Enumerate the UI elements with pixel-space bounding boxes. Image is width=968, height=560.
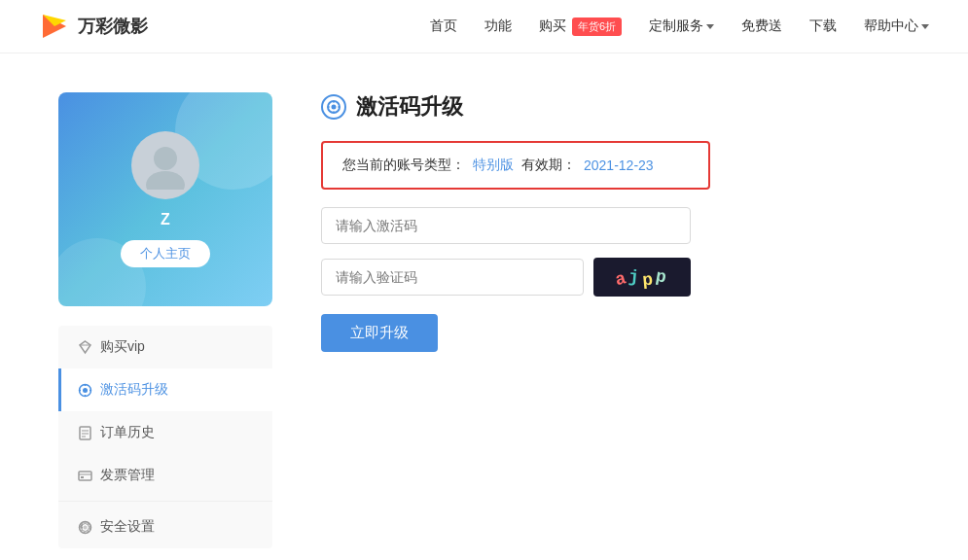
right-panel: 激活码升级 您当前的账号类型： 特别版 有效期： 2021-12-23 a j … xyxy=(272,92,910,548)
account-info-box: 您当前的账号类型： 特别版 有效期： 2021-12-23 xyxy=(321,141,710,190)
logo-text: 万彩微影 xyxy=(78,15,148,38)
header: 万彩微影 首页 功能 购买 年货6折 定制服务 免费送 下载 帮助中心 xyxy=(0,0,968,53)
left-panel: Z 个人主页 购买vip xyxy=(58,92,272,548)
sidebar-menu: 购买vip 激活码升级 xyxy=(58,326,272,548)
nav-custom[interactable]: 定制服务 xyxy=(649,18,714,35)
profile-card: Z 个人主页 xyxy=(58,92,272,306)
sidebar-item-orders[interactable]: 订单历史 xyxy=(58,411,272,454)
nav-home[interactable]: 首页 xyxy=(430,18,457,35)
nav-buy[interactable]: 购买 年货6折 xyxy=(539,18,622,36)
custom-arrow-icon xyxy=(706,24,714,29)
activation-icon xyxy=(77,382,92,398)
svg-point-2 xyxy=(154,147,177,170)
page-title: 激活码升级 xyxy=(321,92,910,122)
nav-features[interactable]: 功能 xyxy=(484,18,512,35)
svg-point-3 xyxy=(146,171,185,190)
upgrade-button[interactable]: 立即升级 xyxy=(321,314,438,352)
activation-code-input[interactable] xyxy=(321,207,691,244)
avatar xyxy=(131,131,199,199)
security-icon xyxy=(77,519,92,535)
captcha-input[interactable] xyxy=(321,259,584,296)
svg-rect-12 xyxy=(81,476,84,478)
info-valid-date: 2021-12-23 xyxy=(584,158,654,173)
svg-rect-10 xyxy=(79,472,91,480)
profile-home-button[interactable]: 个人主页 xyxy=(121,240,210,267)
sidebar-item-security[interactable]: 安全设置 xyxy=(58,506,272,548)
info-type-value: 特别版 xyxy=(473,157,514,174)
info-valid-label: 有效期： xyxy=(521,157,576,174)
nav-help[interactable]: 帮助中心 xyxy=(864,18,929,35)
logo[interactable]: 万彩微影 xyxy=(39,11,148,42)
captcha-row: a j p p xyxy=(321,258,691,297)
sidebar-divider xyxy=(58,501,272,502)
title-icon xyxy=(321,94,346,120)
main-nav: 首页 功能 购买 年货6折 定制服务 免费送 下载 帮助中心 xyxy=(430,18,929,36)
sidebar-item-buy-vip[interactable]: 购买vip xyxy=(58,326,272,368)
avatar-icon xyxy=(141,141,190,190)
svg-point-17 xyxy=(83,525,87,529)
svg-point-5 xyxy=(83,388,88,393)
orders-icon xyxy=(77,425,92,440)
invoice-icon xyxy=(77,468,92,483)
buy-badge: 年货6折 xyxy=(572,18,622,36)
nav-free[interactable]: 免费送 xyxy=(741,18,782,35)
username: Z xyxy=(161,211,170,228)
content: Z 个人主页 购买vip xyxy=(0,53,968,560)
sidebar-item-invoice[interactable]: 发票管理 xyxy=(58,454,272,497)
diamond-icon xyxy=(77,339,92,355)
captcha-image[interactable]: a j p p xyxy=(593,258,691,297)
sidebar-item-activation[interactable]: 激活码升级 xyxy=(58,368,272,411)
svg-point-19 xyxy=(332,105,337,110)
nav-download[interactable]: 下载 xyxy=(809,18,837,35)
activation-code-group xyxy=(321,207,691,244)
info-type-label: 您当前的账号类型： xyxy=(342,157,465,174)
logo-icon xyxy=(39,11,70,42)
help-arrow-icon xyxy=(921,24,929,29)
page-title-text: 激活码升级 xyxy=(356,92,463,122)
